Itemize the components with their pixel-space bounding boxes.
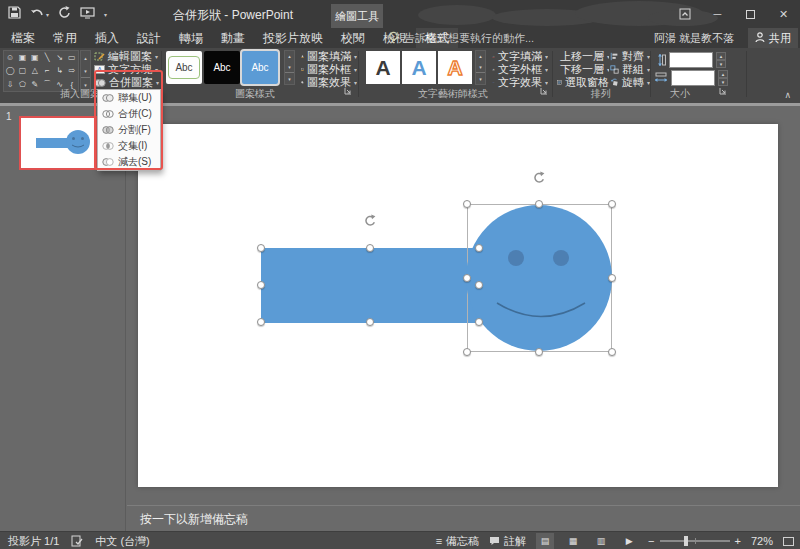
bring-forward-button[interactable]: 上移一層 ▾ [557, 50, 609, 63]
resize-handle[interactable] [535, 348, 543, 356]
right-arrow-shape-icon[interactable]: ⇨ [66, 64, 78, 77]
triangle-shape-icon[interactable]: △ [29, 64, 41, 77]
menu-item-combine[interactable]: 合併(C) [98, 106, 160, 122]
view-slide-sorter-button[interactable]: ▦ [564, 533, 582, 549]
resize-handle[interactable] [366, 318, 374, 326]
resize-handle[interactable] [257, 318, 265, 326]
scroll-down-icon[interactable]: ▾ [285, 62, 294, 73]
spin-down-icon[interactable]: ▾ [716, 60, 726, 68]
send-backward-button[interactable]: 下移一層 ▾ [557, 63, 609, 76]
view-reading-button[interactable]: ▥ [592, 533, 610, 549]
ribbon-display-options-button[interactable] [668, 0, 701, 28]
rotate-handle-icon[interactable] [532, 171, 546, 185]
scroll-up-icon[interactable]: ▴ [285, 51, 294, 62]
collapse-ribbon-icon[interactable]: ∧ [784, 90, 791, 100]
menu-item-union[interactable]: 聯集(U) [98, 90, 160, 106]
language-indicator[interactable]: 中文 (台灣) [95, 534, 149, 549]
comments-toggle[interactable]: 註解 [489, 534, 526, 549]
arrow-line-shape-icon[interactable]: ↘ [53, 51, 65, 64]
elbow-arrow-shape-icon[interactable]: ↳ [53, 64, 65, 77]
resize-handle[interactable] [535, 200, 543, 208]
scroll-down-icon[interactable]: ▾ [81, 64, 90, 77]
shape-style-preview-2[interactable]: Abc [204, 51, 240, 84]
align-button[interactable]: 對齊 ▾ [610, 50, 650, 63]
customize-qat-icon[interactable]: ▾ [104, 11, 107, 18]
height-stepper[interactable]: ▴ ▾ [716, 52, 726, 68]
tab-review[interactable]: 校閱 [332, 28, 374, 48]
resize-handle[interactable] [257, 244, 265, 252]
undo-button[interactable]: ▾ [30, 8, 49, 20]
text-outline-button[interactable]: A 文字外框 ▾ [492, 63, 548, 76]
edit-shape-button[interactable]: 編輯圖案 ▾ [94, 50, 160, 63]
resize-handle[interactable] [475, 244, 483, 252]
resize-handle[interactable] [366, 244, 374, 252]
dialog-launcher-icon[interactable] [344, 81, 352, 99]
resize-handle[interactable] [608, 274, 616, 282]
tab-slideshow[interactable]: 投影片放映 [254, 28, 332, 48]
resize-handle[interactable] [463, 274, 471, 282]
oval-shape-icon[interactable]: ◯ [4, 64, 16, 77]
zoom-out-icon[interactable]: − [648, 535, 654, 547]
shape-gallery[interactable]: ☺ ▣ ▣ ╲ ↘ ▭ ◯ ▢ △ ⌐ ↳ ⇨ ⇩ ⬠ ✎ ⌒ ∿ { [3, 50, 79, 92]
tab-insert[interactable]: 插入 [86, 28, 128, 48]
resize-handle[interactable] [463, 348, 471, 356]
shape-outline-button[interactable]: 圖案外框 ▾ [301, 63, 357, 76]
shape-style-preview-3-selected[interactable]: Abc [242, 51, 278, 84]
rounded-rectangle-shape-icon[interactable]: ▢ [16, 64, 28, 77]
slide-thumbnail[interactable] [19, 116, 97, 170]
minimize-button[interactable]: ─ [701, 0, 734, 28]
shape-fill-button[interactable]: 圖案填滿 ▾ [301, 50, 357, 63]
shape-height-input[interactable] [669, 52, 713, 68]
shape-width-input[interactable] [671, 70, 715, 86]
view-slideshow-button[interactable]: ▶ [620, 533, 638, 549]
notes-pane[interactable]: 按一下以新增備忘稿 [127, 505, 800, 531]
account-user-name[interactable]: 阿湯 就是教不落 [654, 28, 734, 48]
tab-transitions[interactable]: 轉場 [170, 28, 212, 48]
resize-handle[interactable] [257, 281, 265, 289]
resize-handle[interactable] [608, 348, 616, 356]
rectangle-shape-icon[interactable]: ▭ [66, 51, 78, 64]
tell-me-box[interactable]: 告訴我您想要執行的動作... [388, 28, 534, 48]
notes-toggle[interactable]: ≡備忘稿 [436, 534, 479, 549]
notes-placeholder[interactable]: 按一下以新增備忘稿 [140, 511, 248, 528]
wordart-preview-3[interactable]: A [438, 51, 472, 84]
share-button[interactable]: 共用 [748, 28, 798, 48]
spell-check-icon[interactable] [71, 535, 83, 547]
close-button[interactable]: ✕ [767, 0, 800, 28]
dialog-launcher-icon[interactable] [540, 81, 548, 99]
zoom-level[interactable]: 72% [751, 535, 773, 547]
tab-file[interactable]: 檔案 [2, 28, 44, 48]
resize-handle[interactable] [475, 281, 483, 289]
zoom-slider[interactable]: − + [648, 535, 741, 547]
line-shape-icon[interactable]: ╲ [41, 51, 53, 64]
zoom-in-icon[interactable]: + [735, 535, 741, 547]
text-fill-button[interactable]: A 文字填滿 ▾ [492, 50, 548, 63]
vertical-textbox-shape-icon[interactable]: ▣ [29, 51, 41, 64]
gallery-more-icon[interactable]: ▾ [476, 72, 485, 84]
smiley-shape-icon[interactable]: ☺ [4, 51, 16, 64]
tab-design[interactable]: 設計 [128, 28, 170, 48]
resize-handle[interactable] [608, 200, 616, 208]
rotate-handle-icon[interactable] [363, 214, 377, 228]
redo-icon[interactable] [58, 5, 71, 23]
slide-surface[interactable] [138, 124, 778, 487]
resize-handle[interactable] [463, 200, 471, 208]
spin-up-icon[interactable]: ▴ [718, 70, 728, 78]
wordart-preview-1[interactable]: A [366, 51, 400, 84]
start-slideshow-icon[interactable] [80, 5, 95, 23]
zoom-slider-thumb[interactable] [684, 536, 688, 546]
wordart-preview-2[interactable]: A [402, 51, 436, 84]
gallery-more-icon[interactable]: ▾ [285, 72, 294, 84]
menu-item-fragment[interactable]: 分割(F) [98, 122, 160, 138]
resize-handle[interactable] [475, 318, 483, 326]
group-button[interactable]: 群組 ▾ [610, 63, 650, 76]
scroll-down-icon[interactable]: ▾ [476, 62, 485, 73]
view-normal-button[interactable]: ▤ [536, 533, 554, 549]
spin-up-icon[interactable]: ▴ [716, 52, 726, 60]
smiley-shape[interactable] [466, 205, 612, 351]
save-icon[interactable] [8, 5, 21, 23]
tab-animations[interactable]: 動畫 [212, 28, 254, 48]
menu-item-intersect[interactable]: 交集(I) [98, 138, 160, 154]
text-box-button[interactable]: A 文字方塊 ▾ [94, 63, 160, 76]
zoom-slider-track[interactable] [660, 540, 730, 542]
